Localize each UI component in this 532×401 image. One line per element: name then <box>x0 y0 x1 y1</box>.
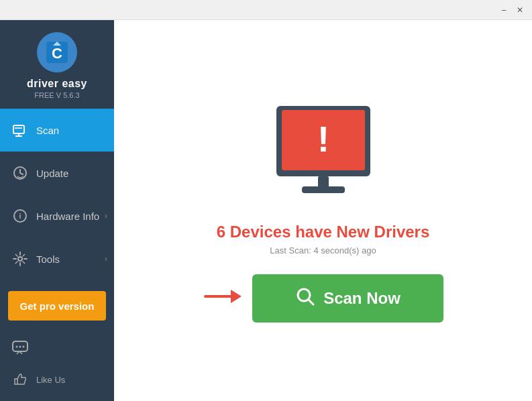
sidebar-logo: C driver easy FREE V 5.6.3 <box>0 20 114 109</box>
logo-icon: C <box>37 32 77 72</box>
svg-text:C: C <box>52 45 62 62</box>
tools-icon <box>11 249 30 268</box>
main-content: ! 6 Devices have New Drivers Last Scan: … <box>114 20 532 401</box>
monitor-illustration: ! <box>263 99 384 209</box>
arrow-svg <box>203 284 243 308</box>
svg-rect-3 <box>13 125 24 133</box>
svg-text:!: ! <box>317 119 329 159</box>
sidebar-item-update[interactable]: Update <box>0 152 114 194</box>
chat-icon <box>11 338 30 357</box>
app-body: C driver easy FREE V 5.6.3 Sca <box>0 20 532 401</box>
hardware-info-icon: i <box>11 207 30 225</box>
sidebar-item-hardware-info-label: Hardware Info <box>36 211 99 222</box>
svg-rect-19 <box>302 186 345 193</box>
scan-now-icon <box>295 286 315 310</box>
alert-title: 6 Devices have New Drivers <box>217 223 430 241</box>
sidebar-item-hardware-info[interactable]: i Hardware Info › <box>0 194 114 237</box>
scan-now-button[interactable]: Scan Now <box>252 274 443 323</box>
get-pro-button[interactable]: Get pro version <box>8 291 106 321</box>
scan-now-label: Scan Now <box>323 289 401 308</box>
sidebar-item-scan[interactable]: Scan <box>0 109 114 152</box>
svg-point-12 <box>16 346 18 348</box>
like-icon <box>11 370 30 389</box>
sidebar-item-tools[interactable]: Tools › <box>0 237 114 280</box>
svg-line-23 <box>309 300 313 304</box>
svg-text:i: i <box>19 212 21 220</box>
chat-item[interactable] <box>0 331 114 363</box>
monitor-svg: ! <box>263 99 384 207</box>
minimize-button[interactable]: – <box>497 3 511 17</box>
scan-icon <box>11 121 30 139</box>
svg-point-10 <box>18 257 22 261</box>
like-us-item[interactable]: Like Us <box>0 363 114 396</box>
logo-svg: C <box>44 39 70 66</box>
like-us-label: Like Us <box>36 375 65 385</box>
tools-chevron-icon: › <box>105 254 107 264</box>
arrow-icon <box>203 284 243 312</box>
svg-point-14 <box>23 346 25 348</box>
scan-now-row: Scan Now <box>203 274 443 323</box>
sidebar-nav: Scan Update i <box>0 109 114 331</box>
logo-text: driver easy <box>27 78 87 90</box>
update-icon <box>11 164 30 182</box>
svg-point-13 <box>19 346 21 348</box>
sidebar-item-tools-label: Tools <box>36 253 60 265</box>
sidebar-item-scan-label: Scan <box>36 125 59 136</box>
sidebar: C driver easy FREE V 5.6.3 Sca <box>0 20 114 401</box>
sidebar-item-update-label: Update <box>36 168 68 179</box>
last-scan-text: Last Scan: 4 second(s) ago <box>270 245 376 255</box>
title-bar: – ✕ <box>0 0 532 20</box>
close-button[interactable]: ✕ <box>513 3 527 17</box>
svg-marker-21 <box>231 290 242 303</box>
logo-version: FREE V 5.6.3 <box>34 91 79 99</box>
hardware-info-chevron-icon: › <box>105 211 107 221</box>
sidebar-bottom: Like Us <box>0 331 114 401</box>
